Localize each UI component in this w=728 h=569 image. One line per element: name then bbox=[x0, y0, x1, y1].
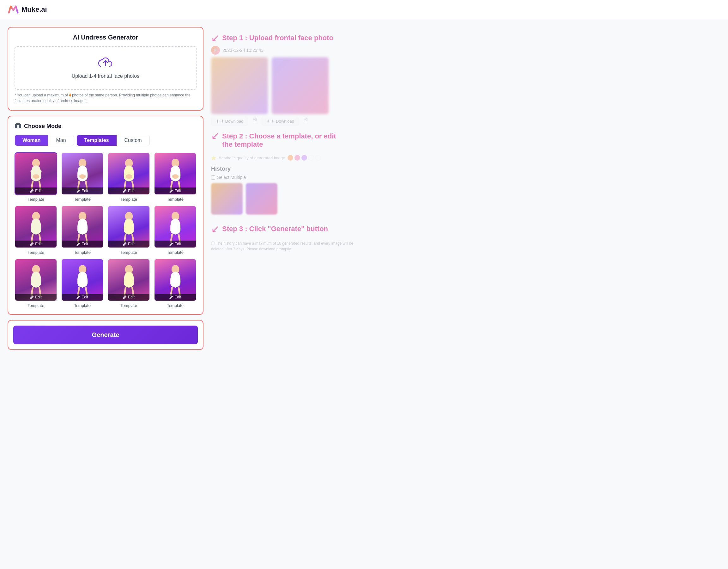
step2-label: Step 2 : Choose a template, or edit the … bbox=[222, 132, 336, 148]
edit-button-9[interactable]: Edit bbox=[15, 294, 57, 301]
template-image-wrap[interactable]: Edit bbox=[61, 205, 104, 248]
logo-text: Muke.ai bbox=[21, 5, 47, 14]
upload-icon bbox=[98, 57, 113, 70]
template-label-4: Template bbox=[167, 197, 184, 202]
edit-button-3[interactable]: Edit bbox=[108, 187, 149, 194]
list-item[interactable]: Edit Template bbox=[107, 258, 150, 308]
app-header: Muke.ai bbox=[0, 0, 728, 19]
list-item[interactable]: Edit Template bbox=[15, 258, 57, 308]
footer-note: ⓘ The history can have a maximum of 10 g… bbox=[211, 240, 364, 252]
list-item[interactable]: Edit Template bbox=[61, 205, 104, 255]
edit-button-1[interactable]: Edit bbox=[15, 187, 57, 194]
history-thumb-2[interactable] bbox=[246, 183, 277, 215]
edit-button-4[interactable]: Edit bbox=[155, 187, 196, 194]
list-item[interactable]: Edit Template bbox=[154, 258, 197, 308]
template-label-9: Template bbox=[27, 303, 44, 308]
template-image-wrap[interactable]: Edit bbox=[15, 258, 57, 301]
quality-icon: ⭐ bbox=[211, 155, 216, 160]
edit-button-10[interactable]: Edit bbox=[62, 294, 103, 301]
list-item[interactable]: Edit Template bbox=[61, 258, 104, 308]
template-image-wrap[interactable]: Edit bbox=[61, 258, 104, 301]
template-image-wrap[interactable]: Edit bbox=[15, 152, 57, 195]
download-button-1[interactable]: ⬇ ⬇ Download bbox=[211, 117, 248, 126]
edit-button-12[interactable]: Edit bbox=[155, 294, 196, 301]
svg-point-4 bbox=[33, 174, 39, 178]
mode-title: Choose Mode bbox=[15, 123, 197, 130]
quality-row: ⭐ Aesthetic quality of generated image bbox=[211, 155, 364, 160]
left-panel: AI Undress Generator Upload 1-4 frontal … bbox=[8, 27, 203, 350]
template-label-10: Template bbox=[74, 303, 91, 308]
step2-arrow: ↙ bbox=[211, 130, 220, 142]
svg-point-10 bbox=[125, 174, 132, 178]
upload-title: AI Undress Generator bbox=[15, 34, 197, 41]
preview-image-2 bbox=[272, 57, 329, 114]
template-image-wrap[interactable]: Edit bbox=[154, 258, 197, 301]
svg-point-12 bbox=[172, 174, 179, 178]
rating-dot-3[interactable] bbox=[301, 155, 307, 160]
tab-man[interactable]: Man bbox=[48, 135, 73, 146]
select-multiple-row[interactable]: Select Multiple bbox=[211, 175, 364, 180]
upload-area[interactable]: Upload 1-4 frontal face photos bbox=[15, 46, 197, 90]
template-image-wrap[interactable]: Edit bbox=[61, 152, 104, 195]
select-multiple-label: Select Multiple bbox=[217, 175, 246, 180]
template-image-wrap[interactable]: Edit bbox=[107, 152, 150, 195]
preview-image-1 bbox=[211, 57, 268, 114]
list-item[interactable]: Edit Template bbox=[15, 152, 57, 202]
rating-dot-1[interactable] bbox=[288, 155, 293, 160]
quality-label: Aesthetic quality of generated image bbox=[219, 155, 285, 160]
step1-label: Step 1 : Upload frontal face photo bbox=[222, 34, 333, 42]
tab-templates[interactable]: Templates bbox=[77, 135, 117, 146]
history-thumb-1[interactable] bbox=[211, 183, 243, 215]
list-item[interactable]: Edit Template bbox=[61, 152, 104, 202]
svg-point-5 bbox=[30, 169, 36, 174]
preview-actions: ⬇ ⬇ Download ⎘ ⬇ ⬇ Download ⎘ bbox=[211, 117, 364, 126]
template-label-3: Template bbox=[120, 197, 137, 202]
edit-button-5[interactable]: Edit bbox=[15, 240, 57, 247]
template-image-wrap[interactable]: Edit bbox=[107, 258, 150, 301]
step3-label: Step 3 : Click "Generate" button bbox=[222, 225, 328, 233]
user-avatar: F bbox=[211, 46, 220, 55]
template-image-wrap[interactable]: Edit bbox=[154, 205, 197, 248]
template-grid: Edit Template bbox=[15, 152, 197, 308]
svg-point-8 bbox=[79, 174, 86, 178]
mode-icon bbox=[15, 123, 21, 130]
preview-images bbox=[211, 57, 364, 114]
template-image-wrap[interactable]: Edit bbox=[107, 205, 150, 248]
list-item[interactable]: Edit Template bbox=[154, 152, 197, 202]
timestamp: 2023-12-24 10:23:43 bbox=[222, 48, 264, 53]
template-label-7: Template bbox=[120, 250, 137, 255]
rating-dot-2[interactable] bbox=[294, 155, 300, 160]
tab-woman[interactable]: Woman bbox=[15, 135, 48, 146]
select-multiple-checkbox[interactable] bbox=[211, 175, 215, 179]
template-image-wrap[interactable]: Edit bbox=[15, 205, 57, 248]
share-icon-2[interactable]: ⎘ bbox=[304, 117, 307, 126]
step3-arrow: ↙ bbox=[211, 223, 220, 235]
share-icon-1[interactable]: ⎘ bbox=[253, 117, 257, 126]
rating-dot-5[interactable] bbox=[315, 155, 321, 160]
upload-hint: * You can upload a maximum of 4 photos o… bbox=[15, 92, 197, 104]
mode-tabs: Woman Man Templates Custom bbox=[15, 135, 197, 146]
history-section: History Select Multiple bbox=[211, 166, 364, 215]
template-image-wrap[interactable]: Edit bbox=[154, 152, 197, 195]
list-item[interactable]: Edit Template bbox=[107, 152, 150, 202]
download-button-2[interactable]: ⬇ ⬇ Download bbox=[262, 117, 299, 126]
edit-button-11[interactable]: Edit bbox=[108, 294, 149, 301]
style-tab-group: Templates Custom bbox=[76, 135, 150, 146]
main-layout: AI Undress Generator Upload 1-4 frontal … bbox=[0, 19, 379, 358]
edit-button-2[interactable]: Edit bbox=[62, 187, 103, 194]
edit-button-7[interactable]: Edit bbox=[108, 240, 149, 247]
template-label-8: Template bbox=[167, 250, 184, 255]
generate-button[interactable]: Generate bbox=[13, 326, 198, 344]
edit-button-8[interactable]: Edit bbox=[155, 240, 196, 247]
rating-dot-4[interactable] bbox=[308, 155, 314, 160]
history-title: History bbox=[211, 166, 364, 172]
tab-custom[interactable]: Custom bbox=[117, 135, 149, 146]
list-item[interactable]: Edit Template bbox=[107, 205, 150, 255]
list-item[interactable]: Edit Template bbox=[15, 205, 57, 255]
template-label-12: Template bbox=[167, 303, 184, 308]
template-label-2: Template bbox=[74, 197, 91, 202]
list-item[interactable]: Edit Template bbox=[154, 205, 197, 255]
edit-button-6[interactable]: Edit bbox=[62, 240, 103, 247]
max-photos: 4 bbox=[69, 93, 71, 97]
template-label-5: Template bbox=[27, 250, 44, 255]
